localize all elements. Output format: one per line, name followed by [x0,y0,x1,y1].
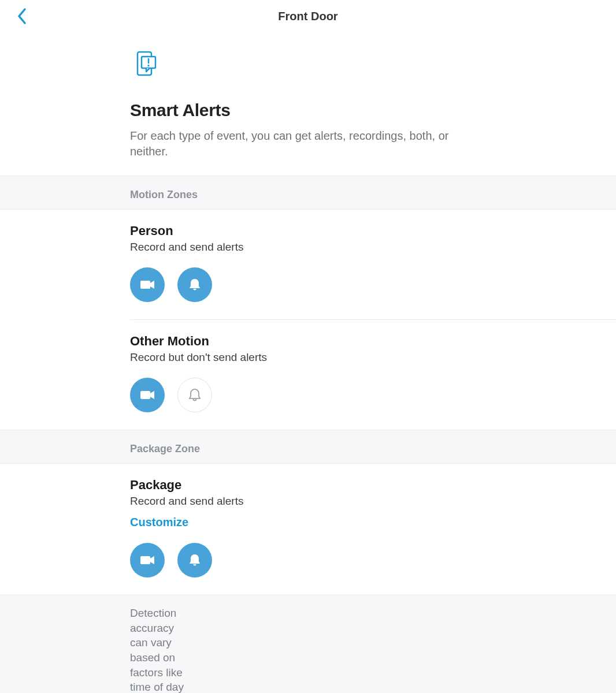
toggle-row-package [130,543,486,578]
camera-icon [140,280,155,290]
back-button[interactable] [10,5,34,28]
svg-point-3 [147,65,149,66]
svg-rect-6 [140,556,150,564]
toggle-row-other-motion [130,378,486,412]
section-header-package-zone: Package Zone [0,430,616,464]
event-title-package: Package [130,478,486,493]
alert-toggle-person[interactable] [177,267,212,302]
event-subtitle-package: Record and send alerts [130,495,486,508]
customize-link-package[interactable]: Customize [130,516,188,529]
hero-description: For each type of event, you can get aler… [130,128,465,159]
event-subtitle-person: Record and send alerts [130,241,486,254]
hero-section: Smart Alerts For each type of event, you… [0,32,616,176]
event-subtitle-other-motion: Record but don't send alerts [130,351,486,364]
page-title: Front Door [0,10,616,23]
record-toggle-package[interactable] [130,543,165,578]
footer-note-text: Detection accuracy can vary based on fac… [0,606,324,693]
svg-rect-5 [140,391,150,399]
section-header-motion-zones: Motion Zones [0,176,616,210]
smart-alerts-icon [130,50,486,83]
alert-toggle-package[interactable] [177,543,212,578]
event-other-motion: Other Motion Record but don't send alert… [0,320,616,430]
bell-icon [188,553,201,567]
hero-title: Smart Alerts [130,100,486,120]
bell-icon [188,278,201,292]
event-person: Person Record and send alerts [0,210,616,319]
event-title-other-motion: Other Motion [130,334,486,349]
navbar: Front Door [0,0,616,32]
section-label-motion-zones: Motion Zones [0,189,616,201]
event-package: Package Record and send alerts Customize [0,464,616,595]
chevron-left-icon [17,8,27,25]
camera-icon [140,555,155,565]
camera-icon [140,390,155,400]
bell-icon [188,388,201,402]
event-title-person: Person [130,223,486,239]
toggle-row-person [130,267,486,302]
record-toggle-other-motion[interactable] [130,378,165,412]
section-label-package-zone: Package Zone [0,443,616,455]
alert-toggle-other-motion[interactable] [177,378,212,412]
footer-note: Detection accuracy can vary based on fac… [0,595,616,693]
record-toggle-person[interactable] [130,267,165,302]
svg-rect-4 [140,281,150,289]
